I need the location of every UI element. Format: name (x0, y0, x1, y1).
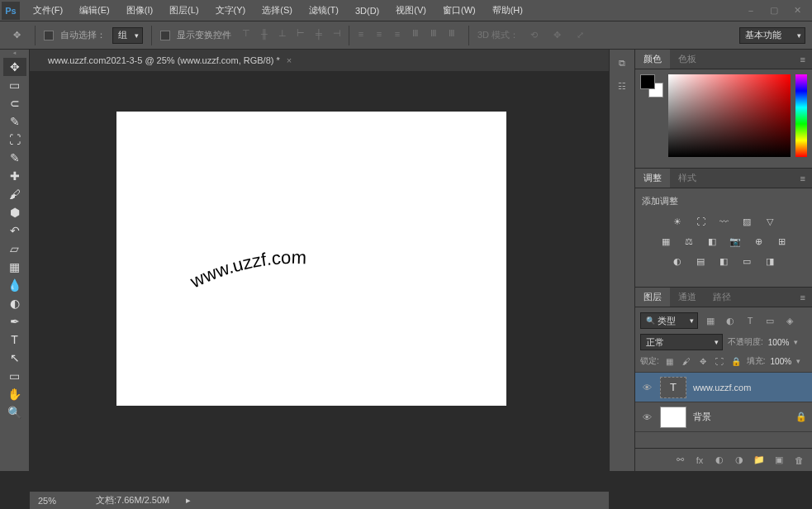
black-white-icon[interactable]: ◧ (705, 234, 719, 249)
menu-3d[interactable]: 3D(D) (347, 0, 387, 21)
stamp-tool[interactable]: ⬢ (3, 203, 26, 221)
align-right-icon[interactable]: ⊣ (329, 26, 345, 42)
layer-mask-icon[interactable]: ◐ (713, 454, 726, 467)
distribute-hcenter-icon[interactable]: Ⅲ (425, 26, 442, 42)
zoom-tool[interactable]: 🔍 (3, 403, 26, 421)
lock-pixels-icon[interactable]: 🖌 (681, 355, 692, 367)
menu-image[interactable]: 图像(I) (118, 0, 161, 21)
menu-window[interactable]: 窗口(W) (434, 0, 484, 21)
link-layers-icon[interactable]: ⚯ (673, 454, 686, 467)
auto-select-kind[interactable]: 组 (112, 27, 143, 44)
menu-view[interactable]: 视图(V) (387, 0, 434, 21)
gradient-map-icon[interactable]: ▭ (739, 254, 754, 269)
rectangle-tool[interactable]: ▭ (3, 367, 26, 385)
distribute-vcenter-icon[interactable]: ≡ (371, 26, 387, 42)
lock-transparent-icon[interactable]: ▦ (664, 355, 676, 367)
blend-mode-select[interactable]: 正常 (640, 334, 723, 350)
orbit-3d-icon[interactable]: ⟲ (525, 27, 542, 44)
minimize-button[interactable]: − (744, 4, 757, 17)
distribute-bottom-icon[interactable]: ≡ (389, 26, 406, 42)
curves-icon[interactable]: 〰 (716, 214, 731, 229)
healing-tool[interactable]: ✚ (3, 167, 26, 185)
show-transform-checkbox[interactable] (160, 31, 170, 40)
filter-pixel-icon[interactable]: ▦ (703, 313, 718, 328)
lock-artboard-icon[interactable]: ⛶ (714, 355, 725, 367)
filter-adjust-icon[interactable]: ◐ (723, 313, 738, 328)
align-bottom-icon[interactable]: ⊥ (274, 26, 291, 42)
align-hcenter-icon[interactable]: ╪ (311, 26, 327, 42)
foreground-color[interactable] (640, 74, 655, 89)
pen-tool[interactable]: ✒ (3, 312, 26, 331)
move-tool-icon[interactable]: ✥ (7, 26, 26, 45)
color-field[interactable] (668, 74, 791, 157)
posterize-icon[interactable]: ▤ (693, 254, 708, 269)
panel-menu-icon[interactable]: ≡ (794, 55, 812, 64)
vibrance-icon[interactable]: ▽ (762, 214, 777, 229)
properties-panel-icon[interactable]: ☷ (610, 76, 634, 96)
align-top-icon[interactable]: ⊤ (238, 26, 254, 42)
hue-sat-icon[interactable]: ▦ (658, 234, 673, 249)
channel-mixer-icon[interactable]: ⊕ (751, 234, 766, 249)
align-left-icon[interactable]: ⊢ (292, 26, 309, 42)
filter-shape-icon[interactable]: ▭ (762, 313, 777, 328)
gradient-tool[interactable]: ▦ (3, 258, 26, 276)
history-panel-icon[interactable]: ⧉ (610, 53, 634, 73)
hue-slider[interactable] (795, 74, 807, 157)
lock-all-icon[interactable]: 🔒 (730, 355, 742, 367)
brush-tool[interactable]: 🖌 (3, 185, 26, 203)
dolly-3d-icon[interactable]: ⤢ (572, 27, 588, 44)
document-info[interactable]: 文档:7.66M/2.50M (96, 494, 169, 507)
photo-filter-icon[interactable]: 📷 (728, 234, 743, 249)
layer-item[interactable]: 👁 背景 🔒 (635, 402, 812, 432)
eyedropper-tool[interactable]: ✎ (3, 149, 26, 167)
adjustment-layer-icon[interactable]: ◑ (733, 454, 746, 467)
path-select-tool[interactable]: ↖ (3, 349, 26, 367)
type-tool[interactable]: T (3, 331, 26, 349)
history-brush-tool[interactable]: ↶ (3, 221, 26, 240)
eraser-tool[interactable]: ▱ (3, 240, 26, 258)
layer-filter-kind[interactable]: 类型 (640, 312, 698, 329)
tab-channels[interactable]: 通道 (670, 288, 705, 307)
hand-tool[interactable]: ✋ (3, 385, 26, 403)
levels-icon[interactable]: ⛶ (693, 214, 708, 229)
maximize-button[interactable]: ▢ (767, 4, 781, 17)
layer-thumbnail[interactable]: T (660, 377, 686, 398)
color-balance-icon[interactable]: ⚖ (681, 234, 696, 249)
tab-layers[interactable]: 图层 (635, 288, 670, 307)
close-button[interactable]: ✕ (791, 4, 804, 17)
canvas-viewport[interactable]: www.uzzf.com (30, 71, 609, 471)
exposure-icon[interactable]: ▨ (739, 214, 754, 229)
filter-type-icon[interactable]: T (743, 313, 757, 328)
layer-thumbnail[interactable] (660, 407, 686, 428)
menu-edit[interactable]: 编辑(E) (71, 0, 118, 21)
menu-type[interactable]: 文字(Y) (207, 0, 254, 21)
menu-layer[interactable]: 图层(L) (161, 0, 207, 21)
pan-3d-icon[interactable]: ✥ (548, 27, 565, 44)
tab-styles[interactable]: 样式 (670, 169, 705, 188)
info-disclosure-icon[interactable]: ▸ (186, 495, 191, 506)
brightness-icon[interactable]: ☀ (670, 214, 685, 229)
layer-name[interactable]: 背景 (693, 411, 711, 423)
menu-file[interactable]: 文件(F) (25, 0, 71, 21)
invert-icon[interactable]: ◐ (670, 254, 685, 269)
visibility-toggle[interactable]: 👁 (640, 412, 653, 422)
threshold-icon[interactable]: ◧ (716, 254, 731, 269)
lasso-tool[interactable]: ⊂ (3, 94, 26, 112)
lock-position-icon[interactable]: ✥ (697, 355, 709, 367)
tab-adjustments[interactable]: 调整 (635, 169, 670, 188)
toolbox-collapse[interactable] (0, 50, 29, 56)
tab-paths[interactable]: 路径 (705, 288, 739, 307)
crop-tool[interactable]: ⛶ (3, 131, 26, 149)
close-tab-icon[interactable]: × (287, 55, 292, 65)
distribute-right-icon[interactable]: Ⅲ (444, 26, 460, 42)
menu-filter[interactable]: 滤镜(T) (301, 0, 347, 21)
layer-name[interactable]: www.uzzf.com (693, 383, 751, 392)
selective-color-icon[interactable]: ◨ (762, 254, 777, 269)
layer-style-icon[interactable]: fx (693, 454, 706, 467)
fill-value[interactable]: 100% (771, 357, 792, 366)
color-lookup-icon[interactable]: ⊞ (774, 234, 789, 249)
dodge-tool[interactable]: ◐ (3, 294, 26, 312)
visibility-toggle[interactable]: 👁 (640, 383, 653, 392)
group-icon[interactable]: 📁 (753, 454, 766, 467)
blur-tool[interactable]: 💧 (3, 276, 26, 294)
